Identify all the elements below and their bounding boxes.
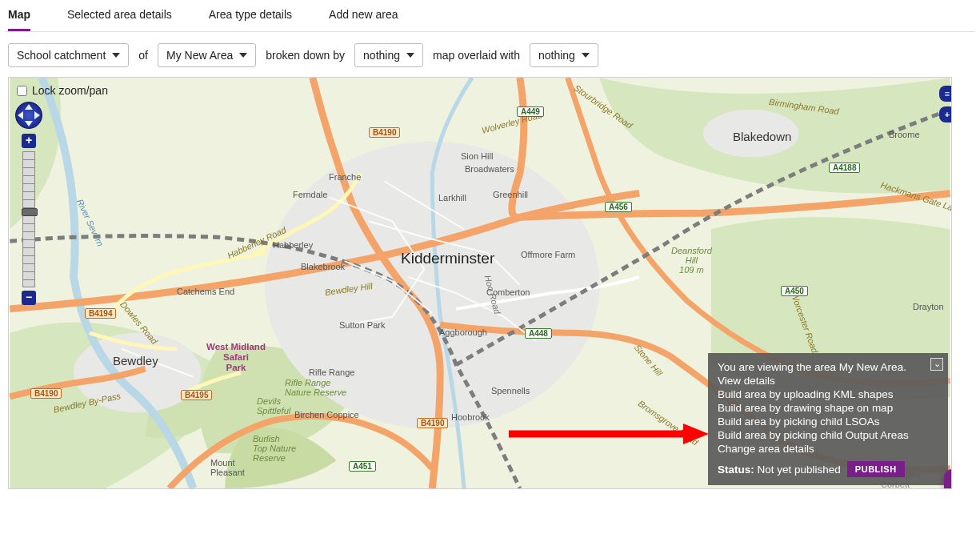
map-label-nature: Rifle Range Nature Reserve [285,378,346,397]
panel-change-details[interactable]: Change area details [718,443,938,455]
map-label: Sion Hill [461,151,493,161]
area-type-value: School catchment [17,49,106,62]
map-nav-controls: + − [15,102,42,305]
map-label: Larkhill [438,193,466,203]
tab-bar: Map Selected area details Area type deta… [5,0,975,32]
panel-view-details[interactable]: View details [718,375,938,387]
road-badge: A4188 [829,163,860,173]
area-type-dropdown[interactable]: School catchment [8,43,129,67]
area-info-panel: ⌄ You are viewing the area My New Area. … [708,353,948,485]
lock-zoom-pan[interactable]: Lock zoom/pan [14,82,111,98]
map-label: Sutton Park [339,320,385,330]
filter-brokendown-label: broken down by [266,49,345,62]
area-dropdown[interactable]: My New Area [158,43,256,67]
road-badge: B4190 [417,418,448,428]
pan-right-icon[interactable] [34,111,40,119]
road-badge: A449 [517,106,544,117]
road-badge: B4190 [30,388,62,399]
map-label-nature: Deansford Hill 109 m [671,246,712,275]
map-label: Habberley [273,240,313,250]
lock-zoom-pan-checkbox[interactable] [17,86,27,96]
map-label: Ferndale [293,190,327,199]
map-label: Hoobrook [451,412,490,422]
map-label: Mount Pleasant [210,458,245,477]
map-layers-button[interactable]: ≡ [939,86,952,102]
lock-zoom-pan-label: Lock zoom/pan [32,84,108,97]
road-badge: A448 [525,328,552,339]
publish-button[interactable]: PUBLISH [847,461,905,477]
brokendown-value: nothing [363,49,400,62]
map-label: Greenhill [493,190,528,199]
map-label: Spennells [491,386,530,395]
filter-bar: School catchment of My New Area broken d… [5,32,975,77]
panel-build-kml[interactable]: Build area by uploading KML shapes [718,388,938,400]
filter-overlaid-label: map overlaid with [433,49,520,62]
caret-down-icon [112,53,120,58]
map-label: Franche [329,172,361,182]
panel-collapse-button[interactable]: ⌄ [930,358,943,371]
map-label: Catchems End [177,287,234,296]
panel-heading-prefix: You are viewing the area [718,361,839,373]
map-label: Offmore Farm [521,250,575,259]
tab-add-new-area[interactable]: Add new area [329,8,398,31]
map-label: Drayton [913,302,944,311]
pan-down-icon[interactable] [25,121,33,126]
zoom-slider-thumb[interactable] [22,208,38,216]
map-label: Blakebrook [301,262,345,271]
panel-build-oa[interactable]: Build area by picking child Output Areas [718,429,938,441]
panel-status-row: Status: Not yet published PUBLISH [718,461,938,477]
tab-area-type-details[interactable]: Area type details [209,8,292,31]
zoom-slider[interactable] [22,151,35,287]
filter-of-label: of [138,49,148,62]
map-right-badges: ≡ + [939,86,952,122]
panel-build-lsoa[interactable]: Build area by picking child LSOAs [718,416,938,428]
panel-heading: You are viewing the area My New Area. [718,361,938,373]
map-label: Aggborough [439,327,487,337]
panel-build-draw[interactable]: Build area by drawing shape on map [718,402,938,414]
overlaid-dropdown[interactable]: nothing [530,43,598,67]
map-label-nature: Burlish Top Nature Reserve [253,434,296,463]
zoom-in-button[interactable]: + [22,134,36,148]
map-label: Blakedown [733,130,791,143]
map-expand-button[interactable]: + [939,106,952,122]
panel-status-label: Status: [718,464,754,476]
pan-left-icon[interactable] [18,111,23,119]
tab-map[interactable]: Map [8,8,30,31]
caret-down-icon [406,53,414,58]
pan-compass[interactable] [15,102,42,129]
map-label-city: Kidderminster [401,250,494,267]
map-label-nature: Devils Spittleful [257,396,290,416]
tab-selected-area-details[interactable]: Selected area details [67,8,172,31]
map-label: Birchen Coppice [294,410,359,420]
map[interactable]: Kidderminster Bewdley Blakedown Broome D… [8,77,952,489]
map-label: Broadwaters [465,164,514,174]
overlaid-value: nothing [538,49,575,62]
map-label-park: West Midland Safari Park [206,342,266,374]
caret-down-icon [239,53,247,58]
road-badge: B4195 [181,390,212,400]
road-badge: B4190 [369,127,400,138]
road-badge: A450 [781,286,808,296]
road-badge: B4194 [85,308,116,319]
road-badge: A451 [349,461,376,472]
chat-widget-button[interactable] [944,469,952,489]
zoom-out-button[interactable]: − [22,291,36,305]
map-label: Broome [889,130,920,139]
brokendown-dropdown[interactable]: nothing [354,43,423,67]
pan-up-icon[interactable] [25,104,33,110]
map-label: Bewdley [113,354,158,367]
panel-heading-area: My New Area. [839,361,906,373]
map-label: Rifle Range [309,367,354,377]
caret-down-icon [582,53,590,58]
panel-status-value: Not yet published [758,464,841,476]
road-badge: A456 [605,202,632,212]
area-value: My New Area [166,49,233,62]
